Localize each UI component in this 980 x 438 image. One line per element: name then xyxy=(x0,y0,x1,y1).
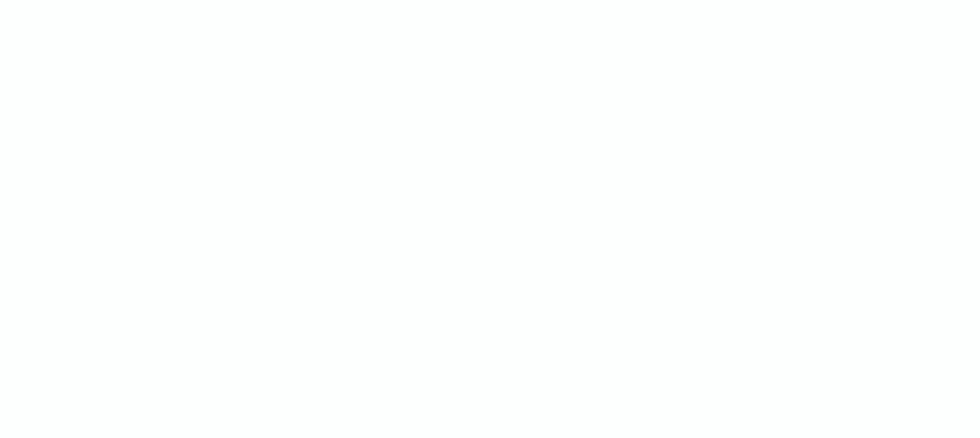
google-sheets-window xyxy=(0,0,980,438)
